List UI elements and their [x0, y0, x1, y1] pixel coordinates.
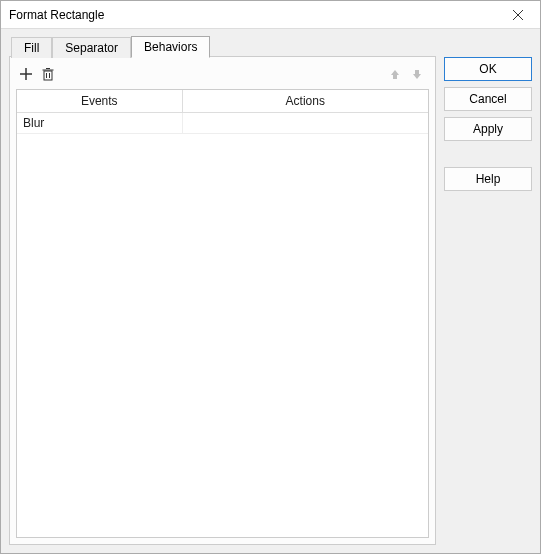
arrow-down-icon: [411, 68, 423, 80]
events-column-header[interactable]: Events: [17, 90, 182, 113]
title-bar: Format Rectangle: [1, 1, 540, 29]
ok-button[interactable]: OK: [444, 57, 532, 81]
add-behavior-button[interactable]: [16, 64, 36, 84]
behaviors-panel: Events Actions Blur: [9, 56, 436, 545]
side-buttons: OK Cancel Apply Help: [444, 35, 532, 545]
button-label: Apply: [473, 122, 503, 136]
tab-label: Behaviors: [144, 40, 197, 54]
tab-label: Separator: [65, 41, 118, 55]
main-column: Fill Separator Behaviors: [9, 35, 436, 545]
tab-label: Fill: [24, 41, 39, 55]
table-header-row: Events Actions: [17, 90, 428, 113]
close-icon: [513, 10, 523, 20]
delete-behavior-button[interactable]: [38, 64, 58, 84]
behaviors-table[interactable]: Events Actions Blur: [17, 90, 428, 134]
close-button[interactable]: [498, 2, 538, 28]
tab-fill[interactable]: Fill: [11, 37, 52, 58]
move-up-button: [385, 64, 405, 84]
behaviors-table-container: Events Actions Blur: [16, 89, 429, 538]
actions-column-header[interactable]: Actions: [182, 90, 428, 113]
button-label: Help: [476, 172, 501, 186]
dialog-window: Format Rectangle Fill Separator Behavior…: [0, 0, 541, 554]
help-button[interactable]: Help: [444, 167, 532, 191]
tab-behaviors[interactable]: Behaviors: [131, 36, 210, 58]
plus-icon: [19, 67, 33, 81]
window-title: Format Rectangle: [9, 8, 498, 22]
apply-button[interactable]: Apply: [444, 117, 532, 141]
action-cell[interactable]: [182, 113, 428, 134]
dialog-body: Fill Separator Behaviors: [1, 29, 540, 553]
event-cell[interactable]: Blur: [17, 113, 182, 134]
svg-rect-4: [44, 71, 52, 80]
button-label: Cancel: [469, 92, 506, 106]
move-down-button: [407, 64, 427, 84]
button-label: OK: [479, 62, 496, 76]
arrow-up-icon: [389, 68, 401, 80]
trash-icon: [41, 67, 55, 81]
panel-toolbar: [16, 63, 429, 85]
tab-strip: Fill Separator Behaviors: [11, 35, 436, 57]
table-row[interactable]: Blur: [17, 113, 428, 134]
cancel-button[interactable]: Cancel: [444, 87, 532, 111]
tab-separator[interactable]: Separator: [52, 37, 131, 58]
